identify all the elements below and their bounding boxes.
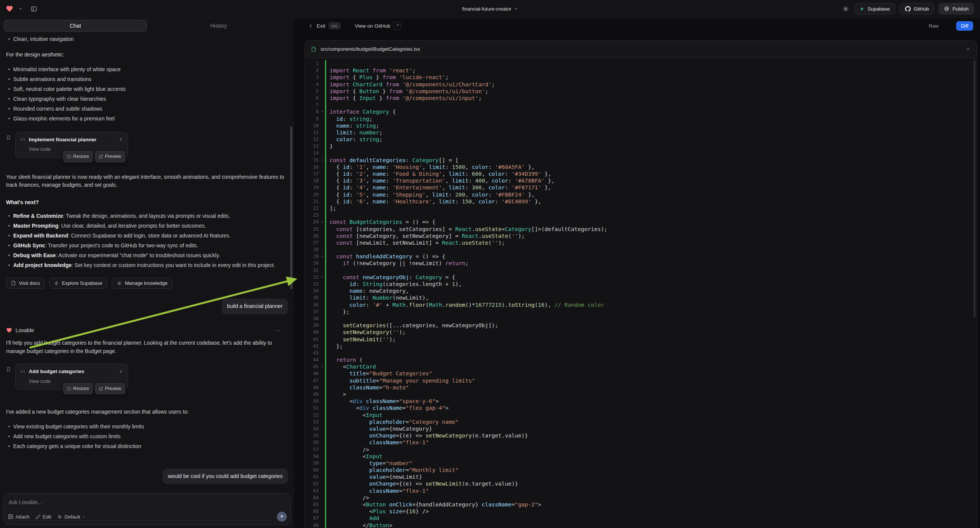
tab-history[interactable]: History bbox=[147, 20, 290, 32]
code-text: { id: '4', name: 'Entertainment', limit:… bbox=[325, 184, 977, 191]
more-options-icon[interactable]: ⋯ bbox=[275, 326, 281, 335]
mode-select[interactable]: Default bbox=[57, 514, 86, 520]
added-paragraph: I've added a new budget categories manag… bbox=[6, 408, 288, 416]
code-workspace: Exit esc View on GitHub Raw Diff src/com… bbox=[294, 17, 980, 528]
fold-chevron-icon bbox=[320, 446, 325, 453]
code-text: setCategories([...categories, newCategor… bbox=[325, 322, 977, 329]
line-number: 22 bbox=[305, 205, 320, 212]
chat-input[interactable]: Ask Lovable... Attach Edit Default bbox=[3, 493, 291, 525]
fold-chevron-icon bbox=[320, 149, 325, 156]
diff-toggle-button[interactable]: Diff bbox=[956, 21, 973, 31]
version-card-add-budget-categories[interactable]: Add budget categories View code Restore bbox=[15, 364, 128, 390]
chat-message-list[interactable]: Clean, intuitive navigation For the desi… bbox=[0, 32, 294, 489]
code-line: 17 { id: '2', name: 'Food & Dining', lim… bbox=[305, 170, 977, 177]
code-line: 26 const [newCategory, setNewCategory] =… bbox=[305, 232, 977, 239]
line-number: 31 bbox=[305, 267, 320, 274]
fold-chevron-icon[interactable]: ▾ bbox=[320, 157, 325, 164]
line-number: 13 bbox=[305, 143, 320, 149]
fold-chevron-icon bbox=[320, 136, 325, 143]
preview-label: Preview bbox=[105, 385, 121, 393]
settings-button[interactable] bbox=[842, 6, 850, 12]
code-line: 24▾const BudgetCategories = () => { bbox=[305, 219, 977, 225]
restore-button[interactable]: Restore bbox=[63, 383, 93, 395]
code-text bbox=[325, 350, 977, 356]
bullet-title: Refine & Customize bbox=[13, 213, 63, 219]
version-card-implement-financial-planner[interactable]: Implement financial planner View code Re… bbox=[15, 132, 128, 158]
publish-button[interactable]: Publish bbox=[939, 3, 974, 14]
restore-button[interactable]: Restore bbox=[63, 151, 93, 162]
chat-scrollbar-thumb[interactable] bbox=[290, 127, 293, 289]
bookmark-icon[interactable] bbox=[6, 135, 11, 143]
line-number: 52 bbox=[305, 412, 320, 418]
scrolled-bullet-list: Clean, intuitive navigation bbox=[6, 34, 288, 44]
edit-button[interactable]: Edit bbox=[36, 514, 51, 520]
code-editor[interactable]: 1 2import React from 'react';3import { P… bbox=[305, 58, 977, 528]
code-text: setNewLimit(''); bbox=[325, 336, 977, 343]
fold-chevron-icon[interactable]: ▾ bbox=[320, 253, 325, 260]
fold-chevron-icon bbox=[320, 515, 325, 522]
fold-chevron-icon bbox=[320, 184, 325, 191]
bullet-title: Debug with Ease bbox=[13, 252, 56, 258]
code-line: 58 <Input bbox=[305, 453, 977, 460]
github-button[interactable]: GitHub bbox=[900, 3, 934, 14]
attach-label: Attach bbox=[16, 514, 30, 520]
code-line: 51 <div className="flex gap-4"> bbox=[305, 404, 977, 411]
code-text: const BudgetCategories = () => { bbox=[325, 219, 977, 225]
bullet-item: Subtle animations and transitions bbox=[6, 74, 288, 84]
attach-button[interactable]: Attach bbox=[8, 514, 30, 520]
project-menu[interactable]: financial-future-creator bbox=[462, 6, 518, 12]
lovable-logo-icon[interactable] bbox=[5, 5, 14, 13]
fold-chevron-icon bbox=[320, 95, 325, 102]
fold-chevron-icon[interactable]: ▾ bbox=[320, 274, 325, 281]
send-button[interactable] bbox=[277, 512, 287, 522]
fold-chevron-icon bbox=[320, 350, 325, 356]
code-text: <div className="space-y-6"> bbox=[325, 398, 977, 404]
bookmark-icon[interactable] bbox=[6, 367, 11, 375]
raw-toggle-button[interactable]: Raw bbox=[926, 22, 942, 30]
code-text: color: '#' + Math.floor(Math.random()*16… bbox=[325, 302, 977, 308]
preview-button[interactable]: Preview bbox=[95, 383, 125, 395]
preview-label: Preview bbox=[105, 153, 121, 161]
code-line: 7 bbox=[305, 102, 977, 108]
code-text: const [categories, setCategories] = Reac… bbox=[325, 226, 977, 232]
code-text bbox=[325, 212, 977, 219]
line-number: 60 bbox=[305, 467, 320, 474]
code-line: 42 }; bbox=[305, 343, 977, 350]
sidebar-toggle-icon[interactable] bbox=[30, 6, 38, 12]
bullet-item: Glass-morphic elements for a premium fee… bbox=[6, 114, 288, 124]
code-text bbox=[325, 102, 977, 108]
file-header[interactable]: src/components/budget/BudgetCategories.t… bbox=[305, 41, 977, 58]
code-text: name: newCategory, bbox=[325, 288, 977, 294]
version-card-actions: Restore Preview bbox=[63, 151, 125, 162]
app-window: financial-future-creator Supabase GitHub… bbox=[0, 0, 980, 528]
code-text: { id: '2', name: 'Food & Dining', limit:… bbox=[325, 170, 977, 177]
explore-supabase-button[interactable]: Explore Supabase bbox=[49, 278, 107, 289]
fold-chevron-icon bbox=[320, 116, 325, 122]
fold-chevron-icon bbox=[320, 239, 325, 246]
code-line: 25 const [categories, setCategories] = R… bbox=[305, 226, 977, 232]
manage-knowledge-button[interactable]: Manage knowledge bbox=[112, 278, 173, 289]
chevron-up-icon[interactable] bbox=[966, 46, 970, 51]
line-number: 26 bbox=[305, 232, 320, 239]
preview-button[interactable]: Preview bbox=[95, 151, 125, 162]
fold-chevron-icon bbox=[320, 164, 325, 170]
code-scrollbar-thumb[interactable] bbox=[974, 60, 975, 318]
file-path: src/components/budget/BudgetCategories.t… bbox=[320, 46, 420, 52]
view-on-github-button[interactable]: View on GitHub bbox=[355, 22, 401, 30]
fold-chevron-icon[interactable]: ▾ bbox=[320, 363, 325, 370]
fold-chevron-icon bbox=[320, 487, 325, 494]
code-file-card: src/components/budget/BudgetCategories.t… bbox=[305, 40, 977, 528]
code-line: 49 > bbox=[305, 391, 977, 398]
fold-chevron-icon bbox=[320, 67, 325, 74]
code-text: name: string; bbox=[325, 122, 977, 129]
visit-docs-button[interactable]: Visit docs bbox=[6, 278, 45, 289]
code-line: 39 setCategories([...categories, newCate… bbox=[305, 322, 977, 329]
fold-chevron-icon[interactable]: ▾ bbox=[320, 108, 325, 115]
exit-button[interactable]: Exit esc bbox=[309, 22, 340, 29]
fold-chevron-icon[interactable]: ▾ bbox=[320, 219, 325, 225]
code-text: title="Budget Categories" bbox=[325, 370, 977, 377]
line-number: 44 bbox=[305, 356, 320, 363]
supabase-button[interactable]: Supabase bbox=[854, 3, 895, 14]
chevron-down-icon[interactable] bbox=[18, 7, 23, 11]
tab-chat[interactable]: Chat bbox=[4, 20, 147, 32]
